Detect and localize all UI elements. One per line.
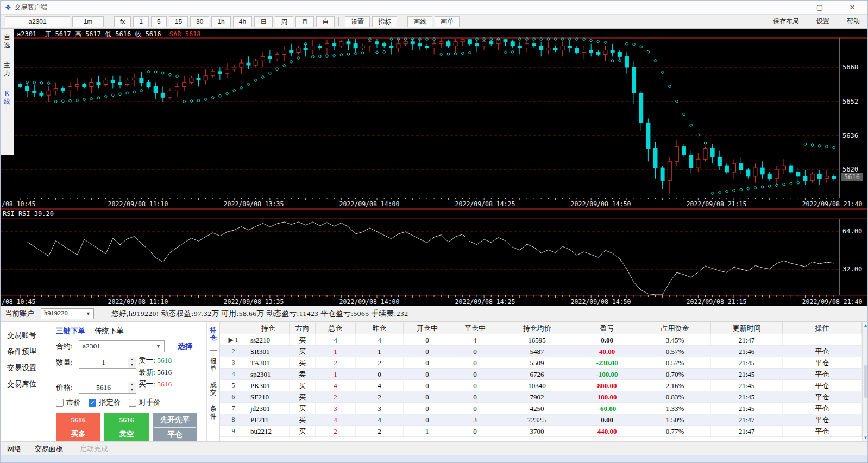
close-position-action[interactable]: 平仓 xyxy=(783,380,862,391)
left-menu-item-交易账号[interactable]: 交易账号 xyxy=(1,327,48,344)
side-tab-K线[interactable]: K线 xyxy=(3,90,11,106)
toolbar-button-30[interactable]: 30 xyxy=(190,16,209,27)
minimize-icon[interactable]: — xyxy=(771,3,803,11)
symbol-button[interactable]: a2301 xyxy=(5,16,70,27)
close-position-action[interactable]: 平仓 xyxy=(783,426,862,436)
close-position-action[interactable]: 平仓 xyxy=(783,403,862,414)
table-row[interactable]: 3TA301买22005509-230.000.57%21:45平仓 xyxy=(220,357,862,369)
left-menu-item-条件预埋[interactable]: 条件预埋 xyxy=(1,344,48,360)
buy-long-button[interactable]: 5616 买多 xyxy=(56,413,100,441)
interval-button[interactable]: 1m xyxy=(72,16,104,27)
stepper-arrows[interactable]: ▲▼ xyxy=(128,382,136,393)
cell-avg-price: 10340 xyxy=(499,380,575,391)
checkbox-checked-icon[interactable]: ✓ xyxy=(89,399,96,407)
select-contract-link[interactable]: 选择 xyxy=(178,341,192,351)
close-icon[interactable]: ✕ xyxy=(836,3,868,11)
toolbar-button-5[interactable]: 5 xyxy=(151,16,167,27)
table-row[interactable]: 6SF210买22007902180.000.83%21:45平仓 xyxy=(220,391,862,403)
toolbar-group-draw: 画线画单 xyxy=(405,16,460,27)
order-tab-三键下单[interactable]: 三键下单 xyxy=(56,326,85,336)
toolbar-link-保存布局[interactable]: 保存布局 xyxy=(764,17,808,26)
cell-margin: 0.77% xyxy=(639,426,711,436)
checkbox-icon[interactable] xyxy=(129,399,136,407)
cell-contract: bu2212 xyxy=(247,426,290,436)
side-tab-自选[interactable]: 自选 xyxy=(3,33,11,49)
toolbar-button-1h[interactable]: 1h xyxy=(211,16,230,27)
cell-update-time: 21:45 xyxy=(711,380,783,391)
time-tick-label: 2022/09/08 11:10 xyxy=(103,200,173,208)
toolbar-button-15[interactable]: 15 xyxy=(169,16,188,27)
price-mode-对手价[interactable]: 对手价 xyxy=(129,398,161,408)
price-mode-指定价[interactable]: ✓指定价 xyxy=(89,398,121,408)
scroll-down-icon[interactable]: ▼ xyxy=(863,434,868,441)
stepper-arrows[interactable]: ▲▼ xyxy=(128,357,136,368)
toolbar-button-4h[interactable]: 4h xyxy=(233,16,252,27)
cell-total: 1 xyxy=(316,346,356,357)
blotter-tab-条件[interactable]: 条件 xyxy=(210,405,217,420)
table-row[interactable]: 9bu2212买22103700440.000.77%21:47平仓 xyxy=(220,426,862,437)
quantity-stepper[interactable]: 1 ▲▼ xyxy=(79,357,136,369)
toolbar-button-画线[interactable]: 画线 xyxy=(407,16,432,27)
status-item-交易面板[interactable]: 交易面板 xyxy=(28,445,70,453)
side-tab-主力[interactable]: 主力 xyxy=(3,61,11,78)
toolbar-button-画单[interactable]: 画单 xyxy=(435,16,460,27)
time-tick-label: 2022/09/08 14:00 xyxy=(334,298,405,306)
table-scrollbar[interactable]: ▲ ▼ xyxy=(862,322,868,441)
toolbar-button-1[interactable]: 1 xyxy=(133,16,149,27)
toolbar-button-自[interactable]: 自 xyxy=(316,16,335,27)
blotter-tab-成交[interactable]: 成交 xyxy=(210,381,217,396)
price-stepper[interactable]: 5616 ▲▼ xyxy=(79,382,136,394)
toolbar-button-指标[interactable]: 指标 xyxy=(372,16,397,27)
table-row[interactable]: 8PF211买44037232.50.001.50%21:47平仓 xyxy=(220,414,862,426)
toolbar-link-帮助[interactable]: 帮助 xyxy=(838,17,868,26)
close-position-action[interactable]: 平仓 xyxy=(783,391,862,402)
toolbar-group-settings: 设置指标 xyxy=(343,16,397,27)
toolbar-button-设置[interactable]: 设置 xyxy=(345,16,370,27)
close-position-action[interactable]: 平仓 xyxy=(783,357,862,368)
candlestick-and-rsi-chart[interactable] xyxy=(1,29,868,306)
toolbar-link-设置[interactable]: 设置 xyxy=(808,17,838,26)
scrollbar-thumb[interactable] xyxy=(864,365,868,398)
maximize-icon[interactable]: ▢ xyxy=(803,3,836,11)
left-menu-item-交易席位[interactable]: 交易席位 xyxy=(1,376,48,392)
table-row[interactable]: 2SR301买1100548740.000.57%21:46平仓 xyxy=(220,346,862,357)
toolbar-button-周[interactable]: 周 xyxy=(275,16,293,27)
close-position-action[interactable]: 平仓 xyxy=(783,346,862,357)
step-up-icon[interactable]: ▲ xyxy=(128,382,136,388)
contract-label: 合约: xyxy=(56,341,79,351)
left-menu-item-交易设置[interactable]: 交易设置 xyxy=(1,360,48,376)
scroll-up-icon[interactable]: ▲ xyxy=(863,322,868,329)
status-item-网络[interactable]: 网络 xyxy=(1,445,28,453)
toolbar-button-fx[interactable]: fx xyxy=(114,16,131,27)
contract-select[interactable]: a2301 ▼ xyxy=(79,340,165,352)
blotter-tabs: 持仓报单成交条件 xyxy=(207,322,220,441)
order-tab-传统下单[interactable]: 传统下单 xyxy=(95,326,124,336)
close-position-action[interactable]: 平仓 xyxy=(783,369,862,379)
toolbar-right: 保存布局设置帮助 xyxy=(764,17,868,26)
cell-closing: 0 xyxy=(451,426,499,436)
blotter-tab-持仓[interactable]: 持仓 xyxy=(210,326,217,341)
table-row[interactable]: 7jd2301买33004250-60.001.33%21:45平仓 xyxy=(220,403,862,414)
close-position-action[interactable]: 平仓 xyxy=(783,414,862,425)
row-number: 5 xyxy=(220,380,247,391)
account-select[interactable]: h919220 ▼ xyxy=(41,308,94,319)
table-row[interactable]: 5PK301买440010340800.002.16%21:45平仓 xyxy=(220,380,862,391)
checkbox-icon[interactable] xyxy=(56,399,64,407)
step-up-icon[interactable]: ▲ xyxy=(128,357,136,363)
toolbar-button-月[interactable]: 月 xyxy=(295,16,314,27)
step-down-icon[interactable]: ▼ xyxy=(128,363,136,368)
chart-area[interactable]: a2301 开=5617 高=5617 低=5616 收=5616 SAR 56… xyxy=(1,29,868,306)
toolbar-button-日[interactable]: 日 xyxy=(254,16,273,27)
sell-short-button[interactable]: 5616 卖空 xyxy=(104,413,149,441)
cell-closing: 0 xyxy=(451,357,499,368)
price-mode-市价[interactable]: 市价 xyxy=(56,398,81,408)
blotter-tab-报单[interactable]: 报单 xyxy=(210,357,217,372)
bid-label: 买一: xyxy=(139,380,155,388)
table-row[interactable]: ▶ 1ss2210买4404165950.003.45%21:47 xyxy=(220,334,862,346)
cell-opening: 0 xyxy=(404,357,451,368)
contract-value: a2301 xyxy=(83,342,100,351)
table-row[interactable]: 4sp2301卖10006726-100.000.70%21:45平仓 xyxy=(220,369,862,380)
cell-margin: 0.70% xyxy=(639,369,711,379)
step-down-icon[interactable]: ▼ xyxy=(128,388,136,393)
close-position-button[interactable]: 先开先平 平仓 xyxy=(153,413,197,441)
